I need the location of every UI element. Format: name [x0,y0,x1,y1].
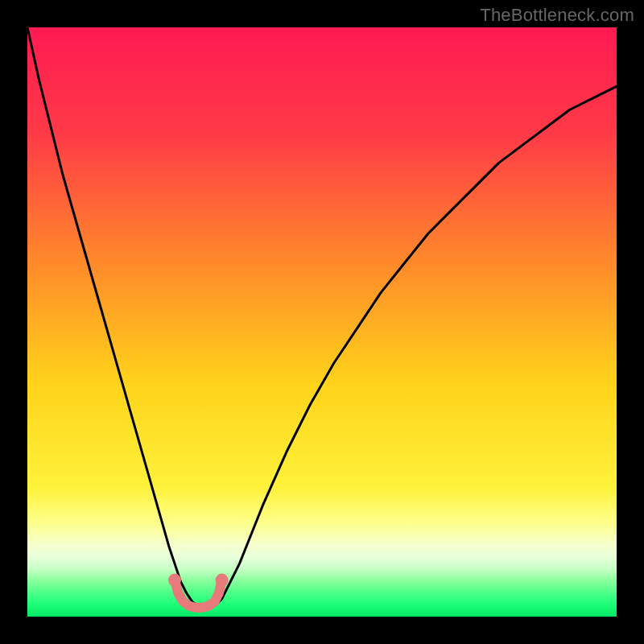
bottleneck-curve-path [27,27,617,608]
chart-svg [27,27,617,617]
valley-marker-dot-right [216,574,229,587]
chart-frame: TheBottleneck.com [0,0,644,644]
valley-marker-dot-left [168,574,181,587]
watermark-text: TheBottleneck.com [480,5,634,26]
